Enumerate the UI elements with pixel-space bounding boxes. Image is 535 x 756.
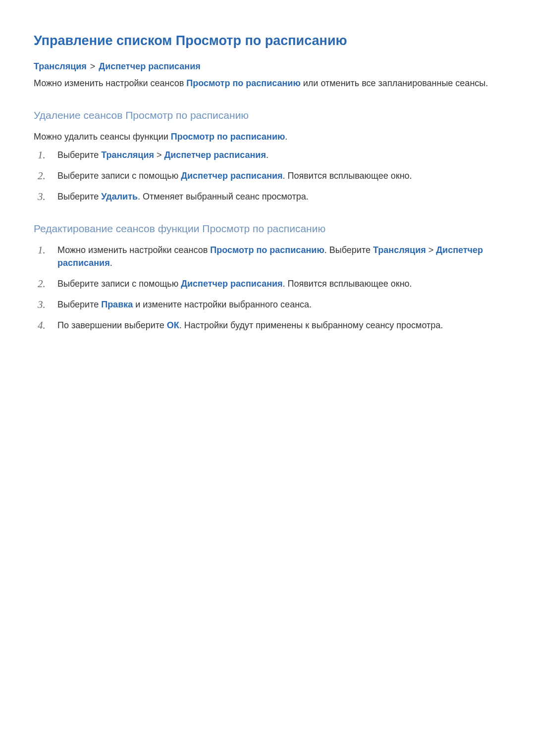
text: . Отменяет выбранный сеанс просмотра.: [138, 192, 309, 202]
text: .: [285, 132, 287, 142]
section1-steps: Выберите Трансляция > Диспетчер расписан…: [34, 149, 501, 203]
text: . Появится всплывающее окно.: [283, 171, 412, 181]
page-title: Управление списком Просмотр по расписани…: [34, 33, 501, 49]
list-item: Выберите Удалить. Отменяет выбранный сеа…: [55, 190, 501, 203]
text: и измените настройки выбранного сеанса.: [133, 300, 312, 309]
list-item: По завершении выберите ОК. Настройки буд…: [55, 319, 501, 332]
text: >: [426, 245, 436, 255]
text: Можно изменить настройки сеансов: [34, 78, 186, 88]
section-heading-edit: Редактирование сеансов функции Просмотр …: [34, 223, 501, 235]
breadcrumb-part-2: Диспетчер расписания: [99, 61, 200, 71]
document-page: Управление списком Просмотр по расписани…: [0, 0, 535, 756]
section2-steps: Можно изменить настройки сеансов Просмот…: [34, 244, 501, 332]
text: или отменить все запланированные сеансы.: [301, 78, 488, 88]
keyword: Правка: [101, 300, 133, 309]
keyword: Диспетчер расписания: [181, 279, 282, 289]
keyword: ОК: [167, 320, 179, 330]
keyword: Трансляция: [101, 150, 154, 160]
text: . Выберите: [324, 245, 373, 255]
text: Выберите: [57, 300, 101, 309]
text: . Настройки будут применены к выбранному…: [179, 320, 443, 330]
text: . Появится всплывающее окно.: [283, 279, 412, 289]
text: Выберите: [57, 150, 101, 160]
keyword: Диспетчер расписания: [181, 171, 282, 181]
list-item: Выберите Правка и измените настройки выб…: [55, 298, 501, 311]
text: .: [110, 258, 112, 268]
list-item: Выберите записи с помощью Диспетчер расп…: [55, 277, 501, 290]
text: Можно изменить настройки сеансов: [57, 245, 210, 255]
keyword: Удалить: [101, 192, 138, 202]
breadcrumb: Трансляция > Диспетчер расписания: [34, 61, 501, 72]
text: Можно удалить сеансы функции: [34, 132, 171, 142]
intro-paragraph: Можно изменить настройки сеансов Просмот…: [34, 77, 501, 90]
text: Выберите записи с помощью: [57, 171, 181, 181]
list-item: Можно изменить настройки сеансов Просмот…: [55, 244, 501, 269]
keyword: Диспетчер расписания: [164, 150, 266, 160]
text: Выберите записи с помощью: [57, 279, 181, 289]
breadcrumb-separator: >: [90, 61, 96, 71]
list-item: Выберите Трансляция > Диспетчер расписан…: [55, 149, 501, 161]
text: .: [266, 150, 268, 160]
list-item: Выберите записи с помощью Диспетчер расп…: [55, 169, 501, 182]
keyword: Трансляция: [373, 245, 426, 255]
keyword: Просмотр по расписанию: [210, 245, 324, 255]
keyword: Просмотр по расписанию: [186, 78, 301, 88]
section-heading-delete: Удаление сеансов Просмотр по расписанию: [34, 109, 501, 121]
keyword: Просмотр по расписанию: [171, 132, 285, 142]
text: Выберите: [57, 192, 101, 202]
breadcrumb-part-1: Трансляция: [34, 61, 87, 71]
text: По завершении выберите: [57, 320, 167, 330]
text: >: [154, 150, 164, 160]
section1-lead: Можно удалить сеансы функции Просмотр по…: [34, 130, 501, 143]
